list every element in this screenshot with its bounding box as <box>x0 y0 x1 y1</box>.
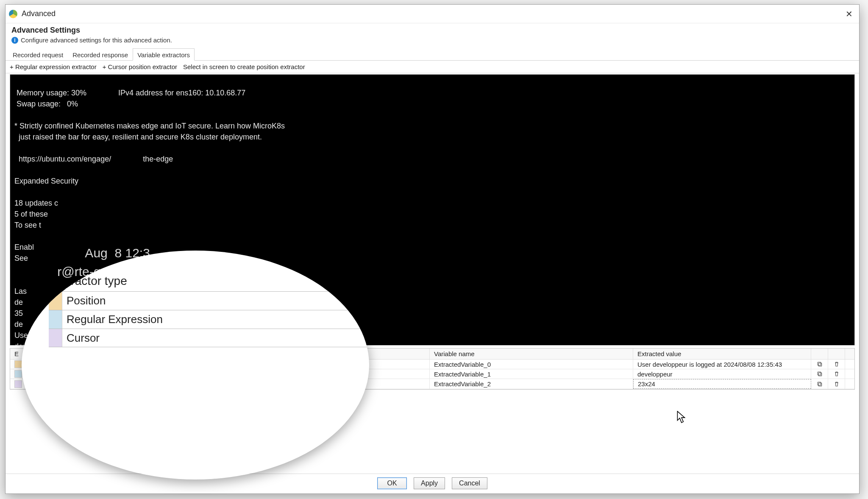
popup-row-position[interactable]: Position <box>49 291 369 310</box>
extractor-type-popup: Extractor type Position Regular Expressi… <box>22 251 369 479</box>
trash-icon <box>833 371 840 377</box>
popup-row-regex[interactable]: Regular Expression <box>49 310 369 329</box>
select-in-screen[interactable]: Select in screen to create position extr… <box>183 63 305 70</box>
cursor-swatch <box>49 329 62 347</box>
copy-icon <box>816 371 823 377</box>
add-regex-extractor[interactable]: + Regular expression extractor <box>10 63 97 70</box>
add-cursor-extractor[interactable]: + Cursor position extractor <box>103 63 177 70</box>
svg-rect-0 <box>818 363 821 366</box>
info-icon: i <box>11 37 18 44</box>
mouse-cursor-icon <box>677 411 686 424</box>
svg-rect-5 <box>818 382 821 385</box>
col-copy <box>811 348 828 359</box>
popup-row-cursor[interactable]: Cursor <box>49 329 369 347</box>
regex-swatch <box>49 310 62 329</box>
dialog-window: Advanced ✕ Advanced Settings i Configure… <box>5 4 860 494</box>
svg-rect-3 <box>818 372 821 375</box>
row-swatch <box>14 380 22 388</box>
apply-button[interactable]: Apply <box>414 477 445 489</box>
svg-rect-2 <box>818 373 821 376</box>
svg-rect-1 <box>818 362 821 365</box>
tab-variable-extractors[interactable]: Variable extractors <box>133 48 195 61</box>
dialog-hint-text: Configure advanced settings for this adv… <box>21 36 172 44</box>
window-title: Advanced <box>22 9 56 18</box>
col-delete <box>828 348 845 359</box>
trash-icon <box>833 381 840 387</box>
ok-button[interactable]: OK <box>377 477 407 489</box>
close-button[interactable]: ✕ <box>842 7 856 21</box>
dialog-header: Advanced Settings i Configure advanced s… <box>6 23 859 46</box>
delete-button[interactable] <box>828 369 845 379</box>
row-swatch <box>14 370 22 378</box>
col-extracted-value[interactable]: Extracted value <box>633 348 811 359</box>
copy-button[interactable] <box>811 369 828 379</box>
titlebar: Advanced ✕ <box>6 5 859 23</box>
col-variable-name[interactable]: Variable name <box>430 348 633 359</box>
cancel-button[interactable]: Cancel <box>452 477 487 489</box>
row-swatch <box>14 360 22 368</box>
dialog-footer: OK Apply Cancel <box>6 474 859 489</box>
delete-button[interactable] <box>828 360 845 369</box>
copy-icon <box>816 361 823 368</box>
svg-rect-4 <box>818 383 821 386</box>
copy-button[interactable] <box>811 379 828 389</box>
copy-button[interactable] <box>811 360 828 369</box>
copy-icon <box>816 381 823 387</box>
tab-recorded-response[interactable]: Recorded response <box>68 48 133 60</box>
delete-button[interactable] <box>828 379 845 389</box>
dialog-heading: Advanced Settings <box>11 26 853 35</box>
app-icon <box>9 10 17 18</box>
dialog-hint: i Configure advanced settings for this a… <box>11 36 853 46</box>
tabstrip: Recorded request Recorded response Varia… <box>6 48 859 61</box>
tab-recorded-request[interactable]: Recorded request <box>8 48 68 60</box>
trash-icon <box>833 361 840 368</box>
extractor-toolbar: + Regular expression extractor + Cursor … <box>6 61 859 73</box>
